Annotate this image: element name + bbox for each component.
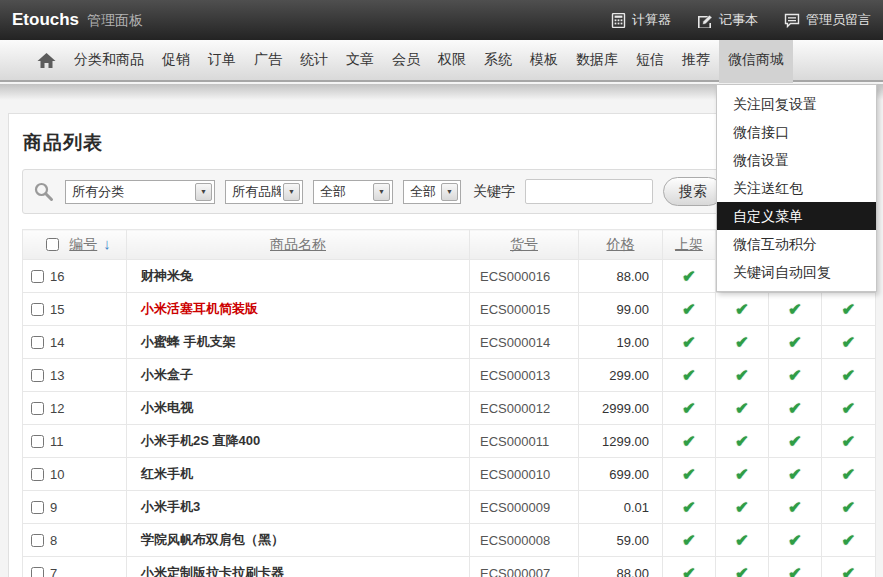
check-icon[interactable]: ✔ — [842, 466, 855, 483]
check-icon[interactable]: ✔ — [842, 334, 855, 351]
product-name[interactable]: 财神米兔 — [127, 260, 470, 293]
nav-item-9[interactable]: 模板 — [521, 40, 567, 80]
sort-on-sale-link[interactable]: 上架 — [675, 236, 703, 252]
nav-item-5[interactable]: 文章 — [337, 40, 383, 80]
check-icon[interactable]: ✔ — [788, 367, 801, 384]
check-icon[interactable]: ✔ — [735, 565, 748, 577]
sort-id-link[interactable]: 编号 — [69, 236, 97, 252]
nav-item-12[interactable]: 推荐 — [673, 40, 719, 80]
check-icon[interactable]: ✔ — [788, 466, 801, 483]
sort-price-link[interactable]: 价格 — [607, 236, 635, 252]
check-icon[interactable]: ✔ — [788, 334, 801, 351]
check-icon[interactable]: ✔ — [842, 367, 855, 384]
product-name[interactable]: 小米定制版拉卡拉刷卡器 — [127, 557, 470, 577]
check-icon[interactable]: ✔ — [788, 565, 801, 577]
row-checkbox[interactable] — [31, 402, 44, 415]
row-checkbox[interactable] — [31, 468, 44, 481]
check-icon[interactable]: ✔ — [735, 367, 748, 384]
check-icon[interactable]: ✔ — [682, 301, 695, 318]
check-icon[interactable]: ✔ — [682, 466, 695, 483]
nav-item-3[interactable]: 广告 — [245, 40, 291, 80]
check-icon[interactable]: ✔ — [735, 301, 748, 318]
chevron-down-icon[interactable]: ▼ — [441, 183, 458, 201]
check-icon[interactable]: ✔ — [735, 334, 748, 351]
row-checkbox[interactable] — [31, 369, 44, 382]
check-icon[interactable]: ✔ — [682, 400, 695, 417]
product-name[interactable]: 小米手机2S 直降400 — [127, 425, 470, 458]
keyword-input[interactable] — [525, 179, 653, 204]
product-name[interactable]: 小米电视 — [127, 392, 470, 425]
nav-item-8[interactable]: 系统 — [475, 40, 521, 80]
check-icon[interactable]: ✔ — [735, 499, 748, 516]
sort-desc-icon[interactable]: ↓ — [103, 235, 111, 252]
row-checkbox[interactable] — [31, 303, 44, 316]
product-name[interactable]: 小米活塞耳机简装版 — [127, 293, 470, 326]
product-name[interactable]: 小米手机3 — [127, 491, 470, 524]
nav-item-1[interactable]: 促销 — [153, 40, 199, 80]
row-checkbox[interactable] — [31, 435, 44, 448]
dropdown-item-6[interactable]: 关键词自动回复 — [717, 258, 876, 286]
sort-name-link[interactable]: 商品名称 — [270, 236, 326, 252]
dropdown-item-3[interactable]: 关注送红包 — [717, 174, 876, 202]
dropdown-item-2[interactable]: 微信设置 — [717, 146, 876, 174]
row-checkbox[interactable] — [31, 501, 44, 514]
nav-item-7[interactable]: 权限 — [429, 40, 475, 80]
check-icon[interactable]: ✔ — [735, 433, 748, 450]
product-name[interactable]: 小米盒子 — [127, 359, 470, 392]
product-name[interactable]: 红米手机 — [127, 458, 470, 491]
nav-item-6[interactable]: 会员 — [383, 40, 429, 80]
nav-item-11[interactable]: 短信 — [627, 40, 673, 80]
check-icon[interactable]: ✔ — [682, 367, 695, 384]
nav-home[interactable] — [28, 40, 65, 80]
check-icon[interactable]: ✔ — [788, 301, 801, 318]
check-icon[interactable]: ✔ — [842, 565, 855, 577]
product-name[interactable]: 小蜜蜂 手机支架 — [127, 326, 470, 359]
check-icon[interactable]: ✔ — [682, 268, 695, 285]
nav-item-4[interactable]: 统计 — [291, 40, 337, 80]
search-button[interactable]: 搜索 — [663, 177, 723, 206]
product-name[interactable]: 学院风帆布双肩包（黑） — [127, 524, 470, 557]
check-icon[interactable]: ✔ — [682, 565, 695, 577]
select-all-checkbox[interactable] — [46, 238, 59, 251]
nav-item-0[interactable]: 分类和商品 — [65, 40, 153, 80]
dropdown-item-5[interactable]: 微信互动积分 — [717, 230, 876, 258]
check-icon[interactable]: ✔ — [842, 400, 855, 417]
check-icon[interactable]: ✔ — [842, 301, 855, 318]
row-checkbox[interactable] — [31, 567, 44, 577]
chevron-down-icon[interactable]: ▼ — [373, 183, 390, 201]
check-icon[interactable]: ✔ — [842, 433, 855, 450]
check-icon[interactable]: ✔ — [788, 499, 801, 516]
dropdown-item-1[interactable]: 微信接口 — [717, 118, 876, 146]
row-checkbox[interactable] — [31, 534, 44, 547]
home-icon — [37, 52, 56, 69]
check-icon[interactable]: ✔ — [842, 532, 855, 549]
nav-item-13[interactable]: 微信商城 — [719, 40, 793, 80]
select-filter3[interactable]: 全部▼ — [313, 180, 393, 204]
row-checkbox[interactable] — [31, 270, 44, 283]
topbar-tool-notepad[interactable]: 记事本 — [697, 11, 758, 29]
sort-sku-link[interactable]: 货号 — [510, 236, 538, 252]
select-filter4[interactable]: 全部▼ — [403, 180, 461, 204]
check-icon[interactable]: ✔ — [788, 433, 801, 450]
check-icon[interactable]: ✔ — [735, 400, 748, 417]
check-icon[interactable]: ✔ — [682, 532, 695, 549]
nav-item-2[interactable]: 订单 — [199, 40, 245, 80]
check-icon[interactable]: ✔ — [682, 433, 695, 450]
select-category[interactable]: 所有分类▼ — [65, 180, 215, 204]
chevron-down-icon[interactable]: ▼ — [195, 183, 212, 201]
row-checkbox[interactable] — [31, 336, 44, 349]
check-icon[interactable]: ✔ — [735, 532, 748, 549]
chevron-down-icon[interactable]: ▼ — [283, 183, 300, 201]
check-icon[interactable]: ✔ — [735, 466, 748, 483]
check-icon[interactable]: ✔ — [682, 334, 695, 351]
topbar-tool-message[interactable]: 管理员留言 — [784, 11, 871, 29]
dropdown-item-0[interactable]: 关注回复设置 — [717, 90, 876, 118]
check-icon[interactable]: ✔ — [788, 532, 801, 549]
check-icon[interactable]: ✔ — [682, 499, 695, 516]
check-icon[interactable]: ✔ — [788, 400, 801, 417]
topbar-tool-calculator[interactable]: 计算器 — [611, 11, 671, 29]
check-icon[interactable]: ✔ — [842, 499, 855, 516]
nav-item-10[interactable]: 数据库 — [567, 40, 627, 80]
dropdown-item-4[interactable]: 自定义菜单 — [717, 202, 876, 230]
select-brand[interactable]: 所有品牌▼ — [225, 180, 303, 204]
